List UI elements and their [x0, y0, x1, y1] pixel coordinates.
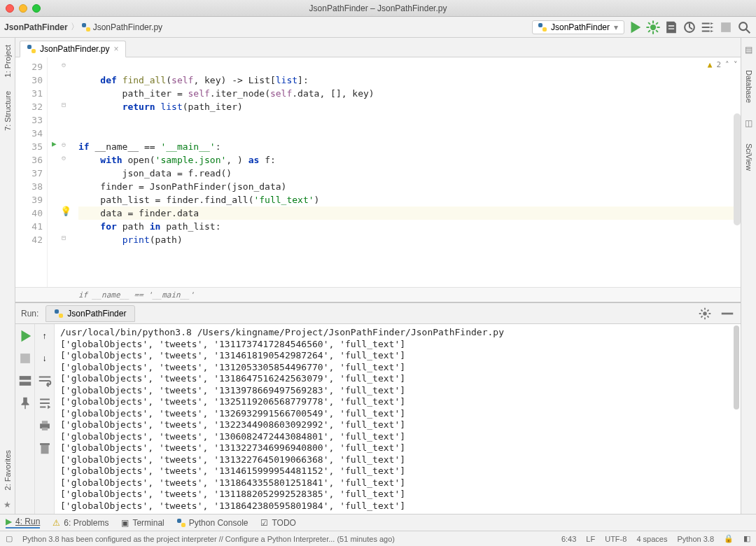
toolwindows-quick-access-icon[interactable]: ▢	[6, 534, 13, 543]
marker-gutter: ▶ 💡 ⊖ ⊟ ⊖ ⊖ ⊟	[48, 57, 76, 287]
run-header: Run: JsonPathFinder	[15, 303, 741, 324]
svg-rect-6	[20, 354, 30, 363]
fold-icon[interactable]: ⊖	[62, 154, 66, 162]
database-toolwindow-tab[interactable]: Database	[743, 66, 755, 107]
file-encoding[interactable]: UTF-8	[605, 535, 626, 543]
ide-status-icon[interactable]: ◧	[743, 534, 750, 543]
python-icon	[177, 519, 186, 527]
debug-button[interactable]	[645, 20, 661, 35]
breadcrumb: JsonPathFinder 〉 JsonPathFinder.py	[4, 21, 162, 33]
concurrency-button[interactable]	[700, 20, 715, 35]
code-content[interactable]: def find_all(self, key) -> List[list]: p…	[76, 57, 741, 287]
coverage-button[interactable]	[664, 20, 679, 35]
left-tool-stripe: 1: Project 7: Structure 2: Favorites ★	[0, 38, 15, 514]
fold-end-icon: ⊟	[62, 101, 66, 108]
editor-tab-label: JsonPathFinder.py	[40, 44, 109, 54]
play-icon: ▶	[6, 517, 12, 526]
line-number-gutter: 29 30 31 32 33 34 35 36 37 38 39 40 41 4…	[15, 57, 48, 287]
line-separator[interactable]: LF	[586, 535, 595, 543]
python-icon	[538, 23, 547, 31]
run-config-name: JsonPathFinder	[551, 22, 610, 32]
scroll-end-button[interactable]	[37, 396, 52, 411]
run-tool-column-left	[15, 324, 35, 514]
profile-button[interactable]	[682, 20, 697, 35]
code-editor[interactable]: 29 30 31 32 33 34 35 36 37 38 39 40 41 4…	[15, 57, 741, 287]
run-tab[interactable]: JsonPathFinder	[46, 305, 135, 322]
breadcrumb-file[interactable]: JsonPathFinder.py	[93, 22, 162, 32]
editor-region: JsonPathFinder.py × 29 30 31 32 33 34 35…	[15, 38, 741, 514]
status-message[interactable]: Python 3.8 has been configured as the pr…	[22, 535, 395, 543]
read-only-toggle-icon[interactable]: 🔒	[724, 534, 734, 543]
terminal-icon: ▣	[121, 518, 129, 528]
clear-all-button[interactable]	[37, 440, 52, 456]
console-scrollbar[interactable]	[734, 326, 739, 410]
todo-icon: ☑	[260, 518, 268, 528]
print-button[interactable]	[37, 418, 52, 433]
warning-count: 2	[716, 60, 721, 69]
fold-icon[interactable]: ⊖	[62, 61, 66, 69]
run-label: Run:	[21, 309, 38, 318]
search-everywhere-button[interactable]	[736, 20, 752, 35]
close-tab-icon[interactable]: ×	[113, 44, 118, 54]
svg-point-4	[703, 312, 707, 316]
indent-settings[interactable]: 4 spaces	[636, 535, 667, 543]
chevron-right-icon: 〉	[71, 21, 79, 33]
down-stack-button[interactable]: ↓	[37, 351, 52, 366]
run-toolwindow: Run: JsonPathFinder ↑ ↓	[15, 302, 741, 514]
svg-rect-11	[41, 428, 47, 430]
status-bar: ▢ Python 3.8 has been configured as the …	[0, 531, 756, 546]
run-config-selector[interactable]: JsonPathFinder ▾	[532, 20, 624, 34]
editor-scrollbar[interactable]	[734, 113, 741, 225]
toolbar-actions: JsonPathFinder ▾	[532, 20, 752, 35]
run-tab-label: JsonPathFinder	[67, 309, 126, 318]
breadcrumb-project[interactable]: JsonPathFinder	[4, 22, 68, 32]
rerun-button[interactable]	[18, 328, 33, 344]
titlebar: JsonPathFinder – JsonPathFinder.py	[0, 0, 756, 17]
sciview-toolwindow-tab[interactable]: SciView	[743, 139, 755, 175]
soft-wrap-button[interactable]	[37, 373, 52, 388]
pin-button[interactable]	[18, 396, 33, 411]
run-tool-column-right: ↑ ↓	[35, 324, 55, 514]
prev-highlight-icon[interactable]: ˄	[725, 60, 729, 69]
star-icon: ★	[4, 500, 11, 510]
problems-tab-button[interactable]: ⚠6: Problems	[52, 518, 108, 528]
fold-icon[interactable]: ⊖	[62, 141, 66, 148]
sciview-icon: ◫	[745, 118, 752, 128]
stop-button[interactable]	[718, 20, 734, 35]
svg-point-0	[650, 24, 656, 29]
svg-point-3	[739, 22, 747, 30]
editor-breadcrumb-bar: if __name__ == '__main__'	[15, 287, 741, 302]
run-line-marker-icon[interactable]: ▶	[52, 139, 57, 148]
warning-icon: ⚠	[52, 518, 60, 528]
database-icon: ▤	[745, 45, 752, 55]
todo-tab-button[interactable]: ☑TODO	[260, 518, 295, 528]
terminal-tab-button[interactable]: ▣Terminal	[121, 518, 164, 528]
run-tab-label: 4: Run	[15, 517, 40, 526]
run-button[interactable]	[627, 20, 643, 35]
caret-position[interactable]: 6:43	[561, 535, 576, 543]
project-toolwindow-tab[interactable]: 1: Project	[2, 41, 13, 81]
right-tool-stripe: ▤ Database ◫ SciView	[741, 38, 756, 514]
svg-rect-10	[41, 421, 47, 424]
fold-end-icon: ⊟	[62, 234, 66, 241]
svg-rect-5	[722, 312, 734, 314]
svg-rect-8	[19, 382, 31, 386]
editor-tabbar: JsonPathFinder.py ×	[15, 38, 741, 57]
python-interpreter[interactable]: Python 3.8	[677, 535, 714, 543]
python-file-icon	[27, 45, 36, 53]
editor-tab[interactable]: JsonPathFinder.py ×	[20, 41, 126, 57]
run-settings-button[interactable]	[697, 306, 713, 321]
run-tab-button[interactable]: ▶4: Run	[6, 517, 40, 528]
python-file-icon	[82, 23, 90, 31]
layout-button[interactable]	[18, 373, 33, 388]
warning-icon: ▲	[708, 60, 713, 69]
structure-toolwindow-tab[interactable]: 7: Structure	[2, 87, 13, 135]
hide-toolwindow-button[interactable]	[720, 306, 735, 321]
editor-context-crumb[interactable]: if __name__ == '__main__'	[78, 290, 195, 300]
python-console-tab-button[interactable]: Python Console	[177, 518, 248, 528]
intention-bulb-icon[interactable]: 💡	[60, 206, 71, 216]
up-stack-button[interactable]: ↑	[37, 328, 52, 344]
stop-run-button[interactable]	[18, 351, 33, 366]
console-output[interactable]: /usr/local/bin/python3.8 /Users/kingname…	[55, 324, 741, 514]
favorites-toolwindow-tab[interactable]: 2: Favorites	[2, 446, 13, 494]
